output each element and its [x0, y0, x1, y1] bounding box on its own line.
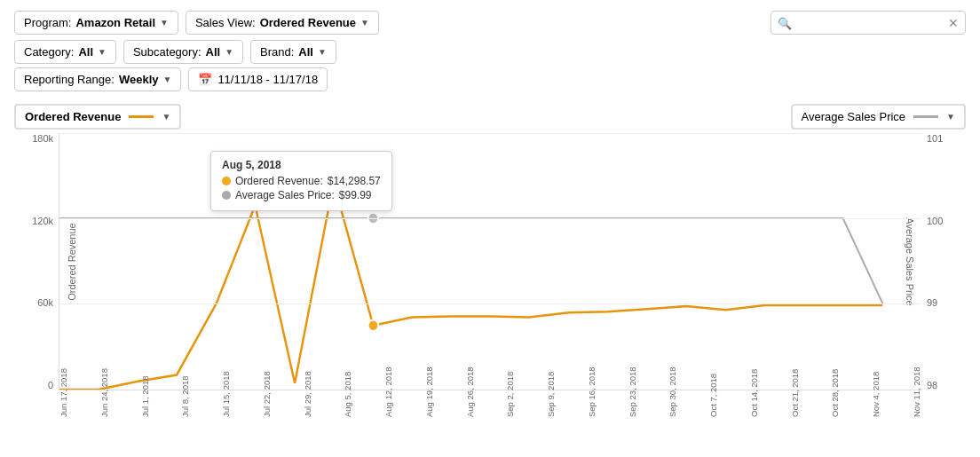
x-label-11: Sep 2, 2018	[505, 394, 515, 417]
x-label-18: Oct 21, 2018	[790, 394, 800, 417]
chevron-down-icon-4: ▼	[225, 47, 233, 57]
y-axis-title-right: Average Sales Price	[904, 217, 914, 305]
x-label-16: Oct 7, 2018	[708, 394, 718, 417]
reporting-range-label: Reporting Range:	[24, 73, 115, 86]
orange-line-indicator	[129, 115, 154, 118]
chevron-down-icon-2: ▼	[360, 18, 369, 28]
y-right-100: 100	[927, 216, 943, 226]
chevron-down-icon-5: ▼	[318, 47, 327, 57]
x-label-2: Jul 1, 2018	[140, 394, 150, 417]
subcategory-dropdown[interactable]: Subcategory: All ▼	[123, 40, 243, 64]
chevron-down-icon-3: ▼	[98, 47, 107, 57]
x-label-3: Jul 8, 2018	[180, 394, 190, 417]
x-label-9: Aug 19, 2018	[424, 394, 434, 417]
x-label-13: Sep 16, 2018	[587, 394, 597, 417]
y-right-99: 99	[927, 297, 937, 308]
grid-line-top	[59, 133, 921, 134]
x-label-5: Jul 22, 2018	[262, 394, 272, 417]
program-dropdown[interactable]: Program: Amazon Retail ▼	[14, 11, 178, 35]
y-left-60k: 60k	[37, 297, 53, 308]
date-range-value: 11/11/18 - 11/17/18	[217, 73, 318, 86]
x-label-7: Aug 5, 2018	[343, 394, 352, 417]
search-icon: 🔍	[778, 16, 792, 29]
x-label-4: Jul 15, 2018	[221, 394, 231, 417]
right-metric-label: Average Sales Price	[802, 110, 906, 123]
grid-line-mid2	[59, 303, 921, 304]
reporting-range-dropdown[interactable]: Reporting Range: Weekly ▼	[14, 67, 181, 91]
category-value: All	[78, 45, 93, 59]
chevron-down-icon-8: ▼	[946, 112, 955, 122]
y-axis-left: 180k 120k 60k 0	[14, 133, 59, 390]
search-container: 🔍 ✕	[771, 11, 966, 35]
sales-view-dropdown[interactable]: Sales View: Ordered Revenue ▼	[186, 11, 379, 35]
chevron-down-icon-7: ▼	[162, 112, 170, 122]
x-label-19: Oct 28, 2018	[830, 394, 840, 417]
y-left-120k: 120k	[32, 216, 53, 226]
program-value: Amazon Retail	[75, 16, 155, 29]
search-clear-button[interactable]: ✕	[948, 16, 959, 30]
ordered-revenue-metric-dropdown[interactable]: Ordered Revenue ▼	[14, 104, 181, 130]
subcategory-value: All	[206, 45, 221, 59]
reporting-range-value: Weekly	[119, 73, 159, 86]
x-axis: Jun 17, 2018 Jun 24, 2018 Jul 1, 2018 Ju…	[59, 390, 921, 417]
avg-sales-price-metric-dropdown[interactable]: Average Sales Price ▼	[791, 104, 966, 130]
subcategory-label: Subcategory:	[133, 45, 202, 59]
avg-sales-price-line	[59, 218, 882, 303]
chevron-down-icon: ▼	[160, 18, 169, 28]
brand-label: Brand:	[260, 45, 294, 59]
sales-view-value: Ordered Revenue	[260, 16, 356, 29]
gray-line-indicator	[913, 115, 938, 118]
y-axis-title-left: Ordered Revenue	[67, 223, 77, 300]
y-axis-right: 101 100 99 98	[921, 133, 966, 390]
brand-dropdown[interactable]: Brand: All ▼	[250, 40, 336, 64]
ordered-revenue-line	[59, 183, 882, 390]
search-input[interactable]	[771, 11, 966, 35]
chevron-down-icon-6: ▼	[162, 75, 171, 84]
sales-view-label: Sales View:	[195, 16, 256, 29]
x-label-17: Oct 14, 2018	[749, 394, 759, 417]
program-label: Program:	[24, 16, 71, 29]
left-metric-label: Ordered Revenue	[25, 110, 121, 123]
brand-value: All	[298, 45, 313, 59]
x-label-8: Aug 12, 2018	[383, 394, 393, 417]
x-label-12: Sep 9, 2018	[546, 394, 556, 417]
x-label-1: Jun 24, 2018	[99, 394, 109, 417]
chart-inner: Ordered Revenue Average Sales Price Aug …	[59, 133, 921, 390]
y-right-98: 98	[927, 380, 937, 390]
y-right-101: 101	[927, 133, 943, 144]
x-label-6: Jul 29, 2018	[303, 394, 312, 417]
category-dropdown[interactable]: Category: All ▼	[14, 40, 116, 64]
x-label-10: Aug 26, 2018	[465, 394, 475, 417]
x-label-20: Nov 4, 2018	[871, 394, 881, 417]
y-left-0: 0	[48, 380, 53, 390]
x-label-15: Sep 30, 2018	[668, 394, 677, 417]
x-label-21: Nov 11, 2018	[912, 394, 921, 417]
chart-svg	[59, 133, 921, 390]
x-label-0: Jun 17, 2018	[59, 394, 68, 417]
date-range-button[interactable]: 📅 11/11/18 - 11/17/18	[188, 67, 328, 91]
orange-data-point	[368, 320, 379, 331]
x-label-14: Sep 23, 2018	[628, 394, 637, 417]
chart-area: 180k 120k 60k 0 101 100 99 98 Ordered Re…	[14, 133, 966, 417]
calendar-icon: 📅	[198, 73, 212, 86]
grid-line-mid1	[59, 218, 921, 219]
category-label: Category:	[24, 45, 74, 59]
y-left-180k: 180k	[32, 133, 53, 144]
